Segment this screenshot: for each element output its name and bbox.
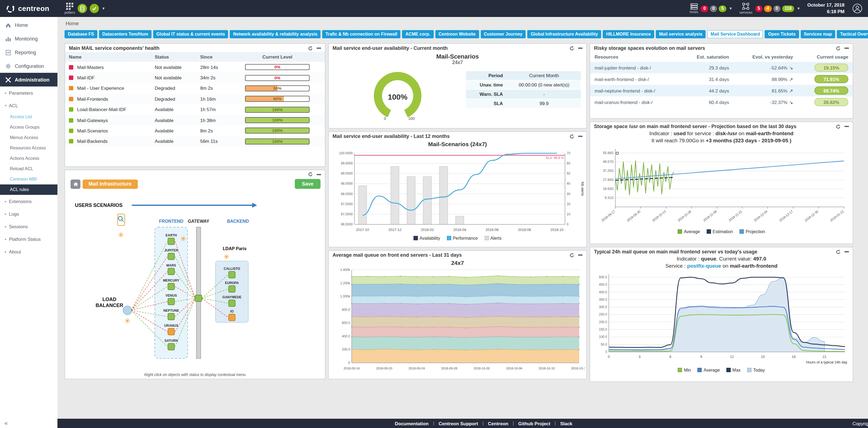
refresh-icon[interactable] xyxy=(308,46,313,51)
svg-text:2018-09-16: 2018-09-16 xyxy=(343,366,360,370)
sidebar-item-reload-acl[interactable]: Reload ACL xyxy=(0,164,57,174)
centreon-logo[interactable]: centreon xyxy=(5,4,58,13)
services-count-badge[interactable]: 0 xyxy=(773,5,780,12)
sidebar-item-logs[interactable]: ▸Logs xyxy=(0,207,57,220)
tab-mail-service-analysis[interactable]: Mail service analysis xyxy=(656,30,706,38)
services-status-group[interactable]: services 540118 ▾ xyxy=(740,3,800,14)
sidebar-item-reporting[interactable]: Reporting xyxy=(0,46,57,59)
diagram-node-earth[interactable] xyxy=(168,238,175,245)
services-chevron-down-icon[interactable]: ▾ xyxy=(798,6,800,11)
diagram-node-venus[interactable] xyxy=(168,298,175,305)
diagram-node-neptune[interactable] xyxy=(168,313,175,320)
tab-global-infrastructure-availability[interactable]: Global Infrastructure Availability xyxy=(527,30,601,38)
minimize-icon[interactable] xyxy=(578,136,583,137)
legend-swatch xyxy=(747,368,751,372)
database-status-icon[interactable] xyxy=(78,4,87,13)
sidebar-item-menus-access[interactable]: Menus Access xyxy=(0,133,57,143)
svg-text:50.0: 50.0 xyxy=(601,342,608,346)
minimize-icon[interactable] xyxy=(317,48,321,49)
diagram-node-ganymede[interactable] xyxy=(228,300,235,307)
tab-mail-service-dashboard[interactable]: Mail Service Dashboard xyxy=(707,30,763,38)
services-count-badge[interactable]: 118 xyxy=(782,5,794,12)
load-balancer-node[interactable] xyxy=(123,306,132,315)
footer-link-documentation[interactable]: Documentation xyxy=(395,421,429,426)
minimize-icon[interactable] xyxy=(578,48,583,49)
sidebar-item-about[interactable]: ▸About xyxy=(0,245,57,258)
sidebar-item-acl[interactable]: ▾ACL xyxy=(0,99,57,112)
sidebar-item-acl-rules[interactable]: ACL rules xyxy=(0,184,57,195)
svg-text:2018-08: 2018-08 xyxy=(518,228,531,232)
tab-tactical-overview[interactable]: Tactical Overview xyxy=(837,30,868,38)
footer-link-centreon-support[interactable]: Centreon Support xyxy=(439,421,478,426)
sun-status-icon xyxy=(125,318,130,323)
user-profile-icon[interactable] xyxy=(852,3,863,14)
sidebar-item-configuration[interactable]: Configuration xyxy=(0,59,57,73)
tab-trafic-nb-connection-on-firewall[interactable]: Trafic & Nb connection on Firewall xyxy=(322,30,400,38)
diagram-node-jupiter[interactable] xyxy=(168,253,175,260)
mail-infrastructure-diagram[interactable]: USERS SCENARIOSFRONTENDGATEWAYBACKENDLOA… xyxy=(65,189,322,363)
hosts-status-group[interactable]: hosts 005 ▾ xyxy=(690,3,732,14)
sidebar-item-platform-status[interactable]: ▸Platform Status xyxy=(0,233,57,245)
sidebar-item-sessions[interactable]: ▸Sessions xyxy=(0,220,57,233)
footer-link-github-project[interactable]: Github Project xyxy=(518,421,550,426)
diagram-node-mars[interactable] xyxy=(168,268,175,275)
sidebar-item-centreon-mbi[interactable]: Centreon MBI xyxy=(0,174,57,184)
tab-hillmore-insurance[interactable]: HILLMORE Insurance xyxy=(603,30,654,38)
minimize-icon[interactable] xyxy=(844,251,849,252)
minimize-icon[interactable] xyxy=(844,126,849,127)
sidebar-item-administration[interactable]: Administration xyxy=(0,73,57,86)
sidebar-item-resources-access[interactable]: Resources Access xyxy=(0,143,57,153)
footer-link-slack[interactable]: Slack xyxy=(560,421,572,426)
diagram-node-europa[interactable] xyxy=(228,286,235,292)
tab-database-fs[interactable]: Database FS xyxy=(65,30,97,38)
infrastructure-label-chip[interactable]: Mail Infrastructure xyxy=(83,179,137,189)
tab-global-it-status-current-events[interactable]: Global IT status & current events xyxy=(153,30,228,38)
sidebar-item-actions-access[interactable]: Actions Access xyxy=(0,153,57,164)
sidebar-item-home[interactable]: Home xyxy=(0,18,57,32)
services-count-badge[interactable]: 5 xyxy=(755,5,763,12)
minimize-icon[interactable] xyxy=(844,48,849,49)
sidebar-item-parameters[interactable]: ▸Parameters xyxy=(0,86,57,99)
sidebar-item-monitoring[interactable]: Monitoring xyxy=(0,32,57,46)
refresh-icon[interactable] xyxy=(836,249,841,254)
hosts-count-badge[interactable]: 0 xyxy=(710,5,717,12)
home-icon[interactable] xyxy=(70,179,81,189)
sidebar-collapse-button[interactable]: « xyxy=(4,420,8,426)
refresh-icon[interactable] xyxy=(836,46,841,51)
sidebar-item-extensions[interactable]: ▸Extensions xyxy=(0,195,57,207)
tab-open-tickets[interactable]: Open Tickets xyxy=(765,30,799,38)
hosts-chevron-down-icon[interactable]: ▾ xyxy=(730,6,732,11)
tab-network-availability-reliability-analysis[interactable]: Network availability & reliability analy… xyxy=(230,30,321,38)
refresh-icon[interactable] xyxy=(308,172,313,177)
tab-customer-journey[interactable]: Customer Journey xyxy=(480,30,526,38)
minimize-icon[interactable] xyxy=(317,174,321,175)
legend-swatch xyxy=(707,229,711,233)
sidebar-item-access-groups[interactable]: Access Groups xyxy=(0,122,57,133)
hosts-count-badge[interactable]: 5 xyxy=(719,5,726,12)
poller-status-group[interactable]: pollers ▾ xyxy=(65,3,104,14)
breadcrumb[interactable]: Home xyxy=(66,21,868,26)
footer-link-centreon[interactable]: Centreon xyxy=(488,421,508,426)
hosts-count-badge[interactable]: 0 xyxy=(701,5,708,12)
save-button[interactable]: Save xyxy=(295,179,320,189)
footer-separator: | xyxy=(433,421,434,426)
diagram-node-mercury[interactable] xyxy=(168,283,175,290)
services-count-badge[interactable]: 4 xyxy=(764,5,772,12)
refresh-icon[interactable] xyxy=(836,124,841,129)
diagram-node-callisto[interactable] xyxy=(228,272,235,278)
diagram-node-node[interactable] xyxy=(195,295,202,302)
poller-chevron-down-icon[interactable]: ▾ xyxy=(102,6,104,11)
latency-ok-icon[interactable] xyxy=(90,4,99,13)
refresh-icon[interactable] xyxy=(569,253,574,258)
refresh-icon[interactable] xyxy=(569,134,574,139)
refresh-icon[interactable] xyxy=(569,46,574,51)
diagram-node-uranus[interactable] xyxy=(168,329,175,335)
tab-acme-corp[interactable]: ACME corp. xyxy=(402,30,434,38)
diagram-node-io[interactable] xyxy=(228,314,235,321)
minimize-icon[interactable] xyxy=(578,255,583,256)
tab-centreon-website[interactable]: Centreon Website xyxy=(435,30,479,38)
tab-services-map[interactable]: Services map xyxy=(801,30,835,38)
tab-datacenters-tem-hum[interactable]: Datacenters Tem/Hum xyxy=(99,30,152,38)
diagram-node-saturn[interactable] xyxy=(168,343,175,350)
sidebar-item-access-list[interactable]: Access List xyxy=(0,112,57,122)
